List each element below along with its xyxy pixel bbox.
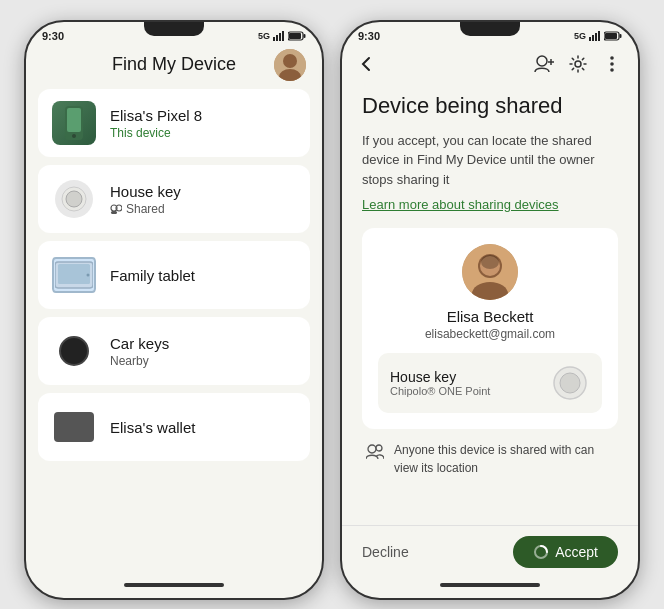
svg-rect-6 xyxy=(289,33,301,39)
svg-point-12 xyxy=(72,134,76,138)
shared-device-model: Chipolo® ONE Point xyxy=(390,385,490,397)
svg-rect-22 xyxy=(592,35,594,41)
svg-point-31 xyxy=(575,61,581,67)
right-footer: Decline Accept xyxy=(342,525,638,578)
avatar-image xyxy=(274,49,306,81)
sharer-email: elisabeckett@gmail.com xyxy=(425,327,555,341)
device-name: Elisa's Pixel 8 xyxy=(110,107,296,124)
svg-point-42 xyxy=(368,445,376,453)
device-subtitle: Nearby xyxy=(110,354,296,368)
decline-button[interactable]: Decline xyxy=(362,544,409,560)
signal-bars-icon xyxy=(273,31,285,41)
wallet-img xyxy=(54,412,94,442)
home-indicator xyxy=(124,583,224,587)
svg-rect-26 xyxy=(620,34,622,38)
add-person-button[interactable] xyxy=(532,52,556,76)
device-name: Family tablet xyxy=(110,267,296,284)
add-person-icon xyxy=(534,55,554,73)
device-info: Elisa's wallet xyxy=(110,419,296,436)
svg-rect-27 xyxy=(605,33,617,39)
svg-rect-2 xyxy=(279,33,281,41)
sharing-title: Device being shared xyxy=(362,92,618,121)
shared-device-name: House key xyxy=(390,369,490,385)
pixel8-icon xyxy=(52,101,96,145)
right-status-icons: 5G xyxy=(574,31,622,41)
svg-rect-0 xyxy=(273,37,275,41)
back-arrow-icon xyxy=(356,54,376,74)
settings-button[interactable] xyxy=(566,52,590,76)
left-header: Find My Device xyxy=(26,44,322,85)
svg-point-28 xyxy=(537,56,547,66)
svg-point-33 xyxy=(610,62,614,66)
device-info: House key Shared xyxy=(110,183,296,216)
app-title: Find My Device xyxy=(112,54,236,75)
device-subtitle: This device xyxy=(110,126,296,140)
housekey-icon xyxy=(52,177,96,221)
svg-rect-5 xyxy=(304,34,306,38)
back-button[interactable] xyxy=(356,54,376,74)
header-actions xyxy=(532,52,624,76)
right-signal-text: 5G xyxy=(574,31,586,41)
device-info: Elisa's Pixel 8 This device xyxy=(110,107,296,140)
list-item[interactable]: Elisa's wallet xyxy=(38,393,310,461)
learn-more-link[interactable]: Learn more about sharing devices xyxy=(362,197,618,212)
svg-rect-17 xyxy=(111,211,117,214)
right-battery-icon xyxy=(604,31,622,41)
tablet-svg xyxy=(55,260,93,290)
right-time: 9:30 xyxy=(358,30,380,42)
signal-text: 5G xyxy=(258,31,270,41)
left-bottom-bar xyxy=(26,578,322,598)
device-subtitle: Shared xyxy=(110,202,296,216)
people-icon xyxy=(366,443,384,461)
info-note: Anyone this device is shared with can vi… xyxy=(362,441,618,477)
more-options-button[interactable] xyxy=(600,52,624,76)
device-info: Car keys Nearby xyxy=(110,335,296,368)
accept-button[interactable]: Accept xyxy=(513,536,618,568)
device-list: Elisa's Pixel 8 This device House key xyxy=(26,85,322,578)
home-indicator xyxy=(440,583,540,587)
left-notch xyxy=(144,22,204,36)
device-name: Car keys xyxy=(110,335,296,352)
svg-point-43 xyxy=(376,445,382,451)
shared-device-thumb xyxy=(550,363,590,403)
airtag-img xyxy=(59,336,89,366)
left-time: 9:30 xyxy=(42,30,64,42)
device-name: Elisa's wallet xyxy=(110,419,296,436)
shared-device-info: House key Chipolo® ONE Point xyxy=(390,369,490,397)
right-phone: 9:30 5G xyxy=(340,20,640,600)
svg-rect-24 xyxy=(598,31,600,41)
svg-rect-11 xyxy=(67,108,81,132)
left-phone: 9:30 5G Find My Device xyxy=(24,20,324,600)
list-item[interactable]: Family tablet xyxy=(38,241,310,309)
battery-icon xyxy=(288,31,306,41)
chipolo-icon xyxy=(552,365,588,401)
sharer-avatar xyxy=(462,244,518,300)
svg-point-39 xyxy=(481,255,499,269)
key-circle xyxy=(55,180,93,218)
list-item[interactable]: Elisa's Pixel 8 This device xyxy=(38,89,310,157)
spinner-icon xyxy=(533,544,549,560)
sharing-description: If you accept, you can locate the shared… xyxy=(362,131,618,190)
svg-point-20 xyxy=(87,274,90,277)
left-app-content: Find My Device xyxy=(26,44,322,578)
tablet-icon xyxy=(52,253,96,297)
right-main-content: Device being shared If you accept, you c… xyxy=(342,84,638,525)
device-name: House key xyxy=(110,183,296,200)
sharer-avatar-image xyxy=(462,244,518,300)
left-status-icons: 5G xyxy=(258,31,306,41)
svg-point-32 xyxy=(610,56,614,60)
phone-icon xyxy=(62,106,86,140)
user-avatar[interactable] xyxy=(274,49,306,81)
info-note-text: Anyone this device is shared with can vi… xyxy=(394,441,614,477)
svg-point-34 xyxy=(610,68,614,72)
sharer-name: Elisa Beckett xyxy=(447,308,534,325)
shared-device-row: House key Chipolo® ONE Point xyxy=(378,353,602,413)
svg-rect-21 xyxy=(589,37,591,41)
list-item[interactable]: House key Shared xyxy=(38,165,310,233)
shared-icon xyxy=(110,204,122,214)
right-notch xyxy=(460,22,520,36)
list-item[interactable]: Car keys Nearby xyxy=(38,317,310,385)
svg-rect-19 xyxy=(58,264,90,284)
more-dots-icon xyxy=(610,55,614,73)
sharer-card: Elisa Beckett elisabeckett@gmail.com Hou… xyxy=(362,228,618,429)
